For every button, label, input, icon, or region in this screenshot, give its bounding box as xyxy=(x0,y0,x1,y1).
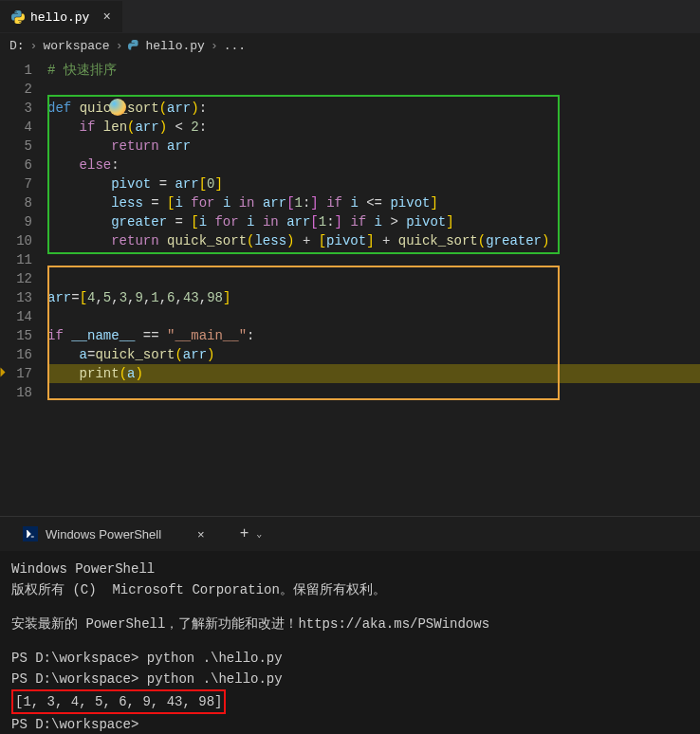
chevron-right-icon: › xyxy=(28,39,40,53)
code-line[interactable] xyxy=(47,307,700,326)
close-icon[interactable]: × xyxy=(102,9,110,25)
code-line[interactable]: if __name__ == "__main__": xyxy=(47,326,700,345)
terminal-tab-bar: Windows PowerShell × + ⌄ xyxy=(0,517,700,551)
breadcrumb-part[interactable]: workspace xyxy=(43,39,109,53)
line-number: 13 xyxy=(0,288,32,307)
line-number: 15 xyxy=(0,326,32,345)
line-number: 17 xyxy=(0,364,32,383)
terminal-line: Windows PowerShell xyxy=(11,559,689,579)
line-number: 3 xyxy=(0,99,32,118)
terminal-tab-label: Windows PowerShell xyxy=(46,527,161,541)
code-line[interactable]: def quick_sort(arr): xyxy=(47,99,700,118)
code-line[interactable]: # 快速排序 xyxy=(47,61,700,80)
code-line[interactable] xyxy=(47,269,700,288)
close-icon[interactable]: × xyxy=(197,527,205,541)
line-number: 16 xyxy=(0,345,32,364)
line-number: 5 xyxy=(0,137,32,156)
code-line[interactable]: less = [i for i in arr[1:] if i <= pivot… xyxy=(47,193,700,212)
line-number: 10 xyxy=(0,231,32,250)
code-line[interactable]: if len(arr) < 2: xyxy=(47,118,700,137)
line-number: 11 xyxy=(0,250,32,269)
terminal-line: PS D:\workspace> python .\hello.py xyxy=(11,669,689,689)
code-line[interactable]: else: xyxy=(47,156,700,174)
line-number: 14 xyxy=(0,307,32,326)
breadcrumb-part[interactable]: D: xyxy=(9,39,25,53)
code-line[interactable]: return arr xyxy=(47,137,700,156)
terminal-line: [1, 3, 4, 5, 6, 9, 43, 98] xyxy=(11,689,689,714)
breadcrumb-part[interactable]: ... xyxy=(224,39,246,53)
terminal-line xyxy=(11,634,689,648)
terminal-output[interactable]: Windows PowerShell版权所有 (C) Microsoft Cor… xyxy=(0,551,700,734)
code-editor[interactable]: 123456789101112131415161718 # 快速排序def qu… xyxy=(0,59,700,542)
chevron-right-icon: › xyxy=(209,39,220,53)
code-line[interactable] xyxy=(47,250,700,269)
code-line[interactable]: pivot = arr[0] xyxy=(47,174,700,193)
chevron-down-icon[interactable]: ⌄ xyxy=(256,528,262,540)
line-number: 6 xyxy=(0,156,32,174)
code-area[interactable]: # 快速排序def quick_sort(arr): if len(arr) <… xyxy=(47,59,700,542)
line-number: 7 xyxy=(0,174,32,193)
line-number: 12 xyxy=(0,269,32,288)
code-line[interactable] xyxy=(47,383,700,402)
line-gutter: 123456789101112131415161718 xyxy=(0,59,47,542)
line-number: 18 xyxy=(0,383,32,402)
code-line[interactable]: arr=[4,5,3,9,1,6,43,98] xyxy=(47,288,700,307)
breadcrumb[interactable]: D: › workspace › hello.py › ... xyxy=(0,33,700,59)
tab-label: hello.py xyxy=(30,10,89,25)
add-terminal-icon[interactable]: + xyxy=(240,525,249,542)
code-line[interactable]: greater = [i for i in arr[1:] if i > piv… xyxy=(47,212,700,231)
terminal-line: PS D:\workspace> python .\hello.py xyxy=(11,648,689,669)
terminal-line xyxy=(11,600,689,614)
line-number: 4 xyxy=(0,118,32,137)
terminal-line: 版权所有 (C) Microsoft Corporation。保留所有权利。 xyxy=(11,579,689,600)
code-line[interactable]: return quick_sort(less) + [pivot] + quic… xyxy=(47,231,700,250)
file-tab[interactable]: hello.py × xyxy=(0,1,122,32)
python-icon xyxy=(128,40,141,53)
code-line[interactable]: print(a) xyxy=(47,364,700,383)
line-number: 1 xyxy=(0,61,32,80)
terminal-line: PS D:\workspace> xyxy=(11,714,689,734)
breadcrumb-part[interactable]: hello.py xyxy=(145,39,204,53)
chevron-right-icon: › xyxy=(114,39,125,53)
line-number: 2 xyxy=(0,80,32,99)
line-number: 8 xyxy=(0,193,32,212)
tab-bar: hello.py × xyxy=(0,0,700,33)
terminal-panel: Windows PowerShell × + ⌄ Windows PowerSh… xyxy=(0,516,700,734)
code-line[interactable] xyxy=(47,80,700,99)
terminal-tab[interactable]: Windows PowerShell × xyxy=(11,519,216,549)
python-icon xyxy=(11,10,25,24)
code-line[interactable]: a=quick_sort(arr) xyxy=(47,345,700,364)
powershell-icon xyxy=(23,526,38,541)
line-number: 9 xyxy=(0,212,32,231)
terminal-line: 安装最新的 PowerShell，了解新功能和改进！https://aka.ms… xyxy=(11,614,689,634)
annotation-box-red: [1, 3, 4, 5, 6, 9, 43, 98] xyxy=(11,689,226,714)
